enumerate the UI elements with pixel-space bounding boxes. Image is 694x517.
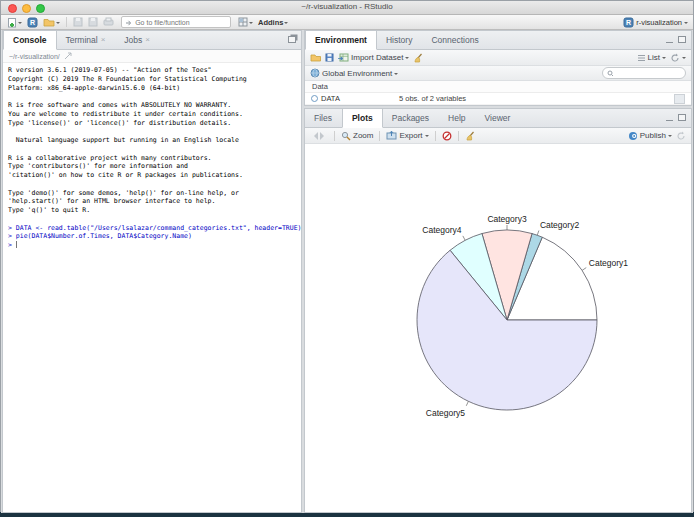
environment-scope-button[interactable]: Global Environment [310, 68, 398, 78]
zoom-plot-button[interactable]: Zoom [341, 131, 373, 141]
tab-label: Files [314, 113, 332, 123]
minimize-pane-icon[interactable] [666, 120, 673, 121]
console-output[interactable]: R version 3.6.1 (2019-07-05) -- "Action … [3, 63, 301, 512]
tab-label: Plots [352, 113, 373, 123]
save-icon [73, 17, 83, 27]
close-tab-icon[interactable]: × [101, 36, 106, 44]
environment-scope-dropdown[interactable] [394, 73, 398, 77]
console-pane: ConsoleTerminal×Jobs× ~/r-visualization/… [2, 30, 302, 513]
export-dropdown[interactable] [425, 135, 429, 139]
tab-console[interactable]: Console [3, 31, 57, 50]
tab-label: History [386, 35, 412, 45]
console-prompt[interactable]: > [8, 241, 296, 250]
goto-file-search[interactable] [121, 16, 231, 28]
tab-jobs[interactable]: Jobs× [115, 31, 160, 49]
data-section-label: Data [312, 82, 328, 91]
maximize-pane-icon[interactable] [678, 36, 686, 43]
save-workspace-button[interactable] [325, 53, 334, 62]
plots-tabbar: FilesPlotsPackagesHelpViewer [305, 109, 691, 128]
plot-area[interactable]: Category1Category2Category3Category4Cate… [305, 144, 691, 512]
print-button[interactable] [102, 16, 115, 28]
close-tab-icon[interactable]: × [145, 36, 150, 44]
pane-layout-dropdown[interactable] [249, 22, 253, 26]
open-file-dropdown[interactable] [56, 22, 60, 26]
refresh-dropdown[interactable] [682, 57, 686, 61]
load-workspace-button[interactable] [310, 53, 321, 62]
pane-layout-button[interactable] [237, 16, 254, 28]
open-file-button[interactable] [42, 16, 61, 28]
tab-label: Console [13, 35, 47, 45]
zoom-window-button[interactable] [36, 4, 45, 13]
list-view-dropdown[interactable] [662, 57, 666, 61]
remove-plot-button[interactable] [442, 131, 452, 141]
pie-label-category3: Category3 [487, 214, 526, 224]
console-line: R is free software and comes with ABSOLU… [8, 101, 296, 110]
refresh-environment-button[interactable] [670, 53, 686, 63]
goto-directory-icon[interactable] [64, 52, 72, 60]
tab-files[interactable]: Files [305, 109, 342, 127]
environment-object-row[interactable]: DATA5 obs. of 2 variables [305, 93, 691, 105]
new-project-button[interactable]: R [26, 16, 39, 28]
save-all-icon [88, 17, 98, 27]
tab-help[interactable]: Help [439, 109, 475, 127]
console-line: Copyright (C) 2019 The R Foundation for … [8, 75, 296, 84]
new-file-dropdown[interactable] [18, 22, 22, 26]
window-title: ~/r-visualization - RStudio [1, 1, 693, 13]
addins-button[interactable]: Addins [257, 16, 289, 28]
new-file-button[interactable] [6, 16, 23, 28]
environment-scope-bar: Global Environment [305, 66, 691, 81]
minimize-pane-icon[interactable] [666, 42, 673, 43]
view-table-icon[interactable] [674, 94, 685, 104]
object-name: DATA [321, 94, 340, 103]
expand-object-icon[interactable] [311, 95, 318, 102]
import-dataset-dropdown[interactable] [405, 57, 409, 61]
pie-label-category2: Category2 [540, 220, 579, 230]
pie-label-tick [582, 268, 586, 271]
next-plot-button[interactable] [320, 132, 328, 140]
svg-text:R: R [30, 19, 35, 26]
tab-label: Packages [392, 113, 429, 123]
addins-dropdown[interactable] [284, 22, 288, 26]
refresh-plot-button[interactable] [676, 131, 686, 141]
minimize-window-button[interactable] [22, 4, 31, 13]
broom-icon [413, 53, 423, 63]
tab-environment[interactable]: Environment [305, 31, 377, 50]
tab-label: Jobs [124, 35, 142, 45]
export-plot-button[interactable]: Export [386, 131, 428, 140]
plots-pane: FilesPlotsPackagesHelpViewer [304, 108, 692, 513]
tab-terminal[interactable]: Terminal× [57, 31, 116, 49]
tab-label: Environment [315, 35, 367, 45]
tab-packages[interactable]: Packages [383, 109, 439, 127]
publish-icon [628, 131, 638, 141]
maximize-pane-icon[interactable] [288, 36, 296, 43]
tab-history[interactable]: History [377, 31, 422, 49]
maximize-pane-icon[interactable] [678, 114, 686, 121]
goto-file-input[interactable] [133, 18, 227, 27]
publish-button[interactable]: Publish [628, 131, 672, 141]
toolbar-separator [435, 131, 436, 141]
clear-environment-button[interactable] [413, 53, 423, 63]
pie-label-category5: Category5 [426, 408, 465, 418]
tab-plots[interactable]: Plots [342, 109, 383, 128]
project-menu-button[interactable]: R r-visualization [623, 17, 688, 28]
toolbar-separator [458, 131, 459, 141]
clear-all-plots-button[interactable] [465, 131, 475, 141]
text-cursor [16, 241, 17, 248]
project-name-label: r-visualization [636, 18, 682, 27]
list-view-button[interactable]: List [637, 53, 666, 62]
close-window-button[interactable] [8, 4, 17, 13]
environment-search[interactable] [602, 67, 686, 79]
save-all-button[interactable] [87, 16, 99, 28]
tab-connections[interactable]: Connections [422, 31, 488, 49]
save-button[interactable] [72, 16, 84, 28]
import-dataset-button[interactable]: Import Dataset [338, 53, 409, 62]
tab-viewer[interactable]: Viewer [476, 109, 521, 127]
project-dropdown[interactable] [684, 22, 688, 26]
environment-search-input[interactable] [615, 69, 681, 78]
previous-plot-button[interactable] [310, 132, 318, 140]
console-line: > pie(DATA$Number.of.Times, DATA$Categor… [8, 232, 296, 241]
toolbar-separator [379, 131, 380, 141]
publish-dropdown[interactable] [668, 135, 672, 139]
import-dataset-icon [338, 53, 349, 62]
working-directory-label[interactable]: ~/r-visualization/ [9, 53, 60, 60]
